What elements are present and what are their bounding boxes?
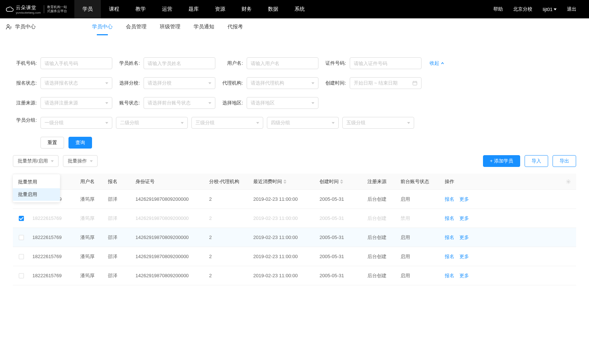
export-button[interactable]: 导出 [553,155,576,167]
cell-actions: 报名更多 [442,272,576,279]
row-signup-link[interactable]: 报名 [445,272,454,279]
nav-finance[interactable]: 财务 [233,0,260,18]
row-signup-link[interactable]: 报名 [445,196,454,203]
help-link[interactable]: 帮助 [488,6,508,13]
account-status-select[interactable]: 请选择前台账号状态 [144,97,215,109]
row-checkbox[interactable] [19,273,24,278]
calendar-icon [412,81,417,86]
sub-nav-items: 学员中心 会员管理 班级管理 学员通知 代报考 [85,18,250,35]
gear-icon[interactable] [566,179,571,184]
row-more-link[interactable]: 更多 [459,196,469,203]
branch-select-label: 选择分校: [116,80,144,86]
batch-op-dropdown[interactable]: 批量操作 [63,155,98,167]
chevron-down-icon [105,122,108,124]
region-select[interactable]: 请选择地区 [247,97,318,109]
cell-branch: 2 [206,254,250,259]
enroll-status-select[interactable]: 请选择报名状态 [40,77,112,89]
row-checkbox[interactable] [19,235,24,240]
row-signup-link[interactable]: 报名 [445,253,454,260]
import-button[interactable]: 导入 [525,155,548,167]
agency-select[interactable]: 请选择代理机构 [247,77,318,89]
nav-resources[interactable]: 资源 [207,0,233,18]
nav-data[interactable]: 数据 [260,0,286,18]
nav-operations[interactable]: 运营 [154,0,180,18]
phone-input[interactable] [40,57,112,69]
subnav-exam-proxy[interactable]: 代报考 [221,18,250,35]
row-checkbox[interactable] [19,254,24,259]
subnav-member-mgmt[interactable]: 会员管理 [119,18,153,35]
cell-source: 后台创建 [364,234,398,241]
table-row[interactable]: 18222615769潘筠厚邵泽142629198708092000002201… [13,190,576,209]
chevron-down-icon [332,122,335,124]
nav-teaching[interactable]: 教学 [127,0,154,18]
branch-label[interactable]: 北京分校 [508,6,537,13]
table-row[interactable]: 18222615769潘筠厚邵泽142629198708092000002201… [13,228,576,247]
cell-signup: 邵泽 [105,253,133,260]
chevron-down-icon [105,82,108,84]
cell-phone: 18222615769 [29,215,77,221]
row-signup-link[interactable]: 报名 [445,234,454,241]
row-more-link[interactable]: 更多 [459,272,469,279]
chevron-down-icon [208,82,211,84]
row-signup-link[interactable]: 报名 [445,215,454,222]
group-level-1-select[interactable]: 一级分组 [40,117,112,129]
chevron-up-icon [441,61,444,65]
reg-source-select[interactable]: 请选择注册来源 [40,97,112,109]
account-status-label: 账号状态: [116,100,144,106]
row-checkbox[interactable] [19,216,24,221]
subnav-class-mgmt[interactable]: 班级管理 [153,18,187,35]
row-more-link[interactable]: 更多 [459,253,469,260]
batch-toggle-dropdown[interactable]: 批量禁用/启用 [13,155,59,167]
chevron-down-icon [208,102,211,104]
nav-question-bank[interactable]: 题库 [180,0,207,18]
batch-disable-option[interactable]: 批量禁用 [13,176,60,188]
group-level-4-select[interactable]: 四级分组 [267,117,339,129]
cell-idnum: 14262919870809200000 [133,196,206,202]
cell-lastconsume: 2019-02-23 11:00:00 [250,235,317,240]
sub-nav: 学员中心 学员中心 会员管理 班级管理 学员通知 代报考 [0,18,589,35]
subnav-student-center[interactable]: 学员中心 [85,18,119,35]
logo-sub: yunduoketang.com [16,11,41,14]
table-header: 用户名 报名 身份证号 分校-代理机构 最近消费时间 创建时间 注册来源 前台账… [13,174,576,190]
header-createtime[interactable]: 创建时间 [317,178,364,185]
cell-username: 潘筠厚 [77,215,105,222]
student-group-label: 学员分组: [13,117,40,129]
top-nav: 云朵课堂 yunduoketang.com 教育机构一站 式服务云平台 学员 课… [0,0,589,18]
cell-branch: 2 [206,196,250,202]
group-level-3-select[interactable]: 三级分组 [191,117,263,129]
nav-courses[interactable]: 课程 [101,0,127,18]
logo[interactable]: 云朵课堂 yunduoketang.com 教育机构一站 式服务云平台 [6,4,74,14]
nav-students[interactable]: 学员 [74,0,101,18]
username-input[interactable] [247,57,318,69]
batch-enable-option[interactable]: 批量启用 [13,188,60,201]
branch-select[interactable]: 请选择分校 [144,77,215,89]
table-row[interactable]: 18222615769潘筠厚邵泽142629198708092000002201… [13,247,576,266]
collapse-filters-link[interactable]: 收起 [430,57,444,69]
subnav-student-notice[interactable]: 学员通知 [187,18,221,35]
idnumber-label: 证件号码: [322,60,350,67]
cell-actions: 报名更多 [442,196,576,203]
nav-system[interactable]: 系统 [286,0,313,18]
create-time-picker[interactable]: 开始日期 ~ 结束日期 [350,77,422,89]
student-name-input[interactable] [144,57,215,69]
cell-createtime: 2005-05-31 [317,273,364,278]
row-more-link[interactable]: 更多 [459,215,469,222]
idnumber-input[interactable] [350,57,422,69]
table-row[interactable]: 18222615769潘筠厚邵泽142629198708092000002201… [13,266,576,285]
group-level-2-select[interactable]: 二级分组 [116,117,188,129]
cell-branch: 2 [206,273,250,278]
logout-link[interactable]: 退出 [562,6,582,13]
sub-nav-title: 学员中心 [6,24,41,30]
group-level-5-select[interactable]: 五级分组 [342,117,414,129]
caret-down-icon [554,8,557,10]
add-student-button[interactable]: + 添加学员 [483,155,520,167]
row-more-link[interactable]: 更多 [459,234,469,241]
header-lastconsume[interactable]: 最近消费时间 [250,178,317,185]
reset-button[interactable]: 重置 [40,137,64,149]
create-time-label: 创建时间: [322,80,350,86]
cell-status: 启用 [398,272,442,279]
table-row[interactable]: 18222615769潘筠厚邵泽142629198708092000002201… [13,209,576,228]
top-nav-items: 学员 课程 教学 运营 题库 资源 财务 数据 系统 [74,0,489,18]
user-menu[interactable]: lijt01 [537,7,562,12]
search-button[interactable]: 查询 [68,137,92,149]
